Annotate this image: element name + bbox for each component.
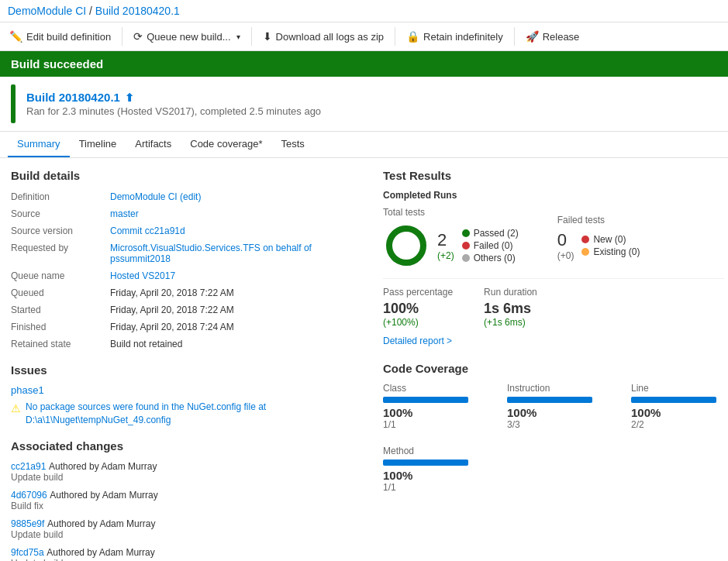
change-hash-3[interactable]: 9885e9f (11, 518, 44, 529)
breadcrumb-build[interactable]: Build 20180420.1 (95, 5, 180, 17)
new-label: New (0) (593, 234, 626, 245)
upload-icon[interactable]: ⬆ (125, 91, 134, 104)
run-duration-label: Run duration (484, 287, 537, 298)
failed-label: Failed (0) (474, 240, 513, 251)
code-coverage-section: Code Coverage Class 100% 1/1 Instruction (383, 362, 724, 493)
total-tests-sub: (+2) (437, 250, 454, 261)
breadcrumb-module[interactable]: DemoModule CI (8, 5, 86, 17)
cov-class-pct: 100% (383, 406, 476, 419)
build-title[interactable]: Build 20180420.1 (26, 91, 120, 104)
queue-new-build-button[interactable]: ⟳ Queue new build... ▾ (124, 26, 249, 47)
download-logs-button[interactable]: ⬇ Download all logs as zip (254, 26, 393, 47)
change-desc-2: Build fix (11, 501, 367, 511)
legend-existing: Existing (0) (581, 246, 640, 257)
toolbar-separator-1 (122, 27, 122, 46)
toolbar-separator-4 (514, 27, 515, 46)
pass-pct-sub: (+100%) (383, 317, 453, 328)
detail-label-finished: Finished (11, 320, 104, 334)
coverage-method: Method 100% 1/1 (383, 446, 476, 493)
tab-code-coverage[interactable]: Code coverage* (181, 132, 271, 157)
others-label: Others (0) (474, 253, 516, 263)
cov-instruction-bar (507, 397, 592, 403)
cov-line-fraction: 2/2 (631, 419, 724, 430)
main-content: Build details Definition DemoModule CI (… (0, 158, 728, 561)
assoc-changes-title: Associated changes (11, 439, 367, 453)
detail-value-finished: Friday, April 20, 2018 7:24 AM (110, 320, 367, 334)
pass-percentage-col: Pass percentage 100% (+100%) (383, 287, 453, 328)
pass-pct-value: 100% (383, 301, 453, 317)
change-author-3: Authored by Adam Murray (47, 518, 155, 529)
detail-value-source[interactable]: master (110, 207, 367, 221)
cov-method-fraction: 1/1 (383, 482, 476, 493)
detail-label-queued: Queued (11, 286, 104, 300)
existing-label: Existing (0) (593, 246, 640, 257)
tab-tests[interactable]: Tests (271, 132, 313, 157)
cov-method-label: Method (383, 446, 476, 456)
edit-build-label: Edit build definition (26, 31, 111, 43)
build-info-bar: Build 20180420.1 ⬆ Ran for 2.3 minutes (… (0, 77, 728, 132)
toolbar-separator-2 (251, 27, 252, 46)
tab-artifacts[interactable]: Artifacts (126, 132, 181, 157)
detail-value-queue-name[interactable]: Hosted VS2017 (110, 269, 367, 283)
cov-class-fraction: 1/1 (383, 419, 476, 430)
detail-label-started: Started (11, 303, 104, 317)
total-tests-col: Total tests 2 (+2) (383, 207, 519, 269)
new-dot (581, 236, 589, 243)
cov-instruction-label: Instruction (507, 383, 600, 394)
detail-label-source-version: Source version (11, 224, 104, 238)
download-icon: ⬇ (263, 30, 272, 43)
build-subtitle: Ran for 2.3 minutes (Hosted VS2017), com… (26, 105, 321, 117)
coverage-row-2: Method 100% 1/1 (383, 446, 724, 493)
top-bar: DemoModule CI / Build 20180420.1 (0, 0, 728, 22)
detail-value-definition[interactable]: DemoModule CI (edit) (110, 190, 367, 204)
retain-label: Retain indefinitely (423, 31, 503, 43)
warning-icon: ⚠ (11, 401, 21, 417)
change-hash-2[interactable]: 4d67096 (11, 490, 47, 501)
total-tests-label: Total tests (383, 207, 519, 218)
issues-section: Issues phase1 ⚠ No package sources were … (11, 363, 367, 427)
coverage-line: Line 100% 2/2 (631, 383, 724, 430)
change-hash-1[interactable]: cc21a91 (11, 461, 46, 472)
detail-label-queue-name: Queue name (11, 269, 104, 283)
build-details-title: Build details (11, 169, 367, 182)
breadcrumb-separator: / (89, 5, 95, 17)
lock-icon: 🔒 (406, 30, 419, 43)
cov-class-bar (383, 397, 468, 403)
build-info-details: Build 20180420.1 ⬆ Ran for 2.3 minutes (… (26, 91, 321, 117)
detail-label-source: Source (11, 207, 104, 221)
cov-instruction-bar-bg (507, 397, 592, 403)
queue-dropdown-arrow[interactable]: ▾ (236, 33, 240, 41)
change-hash-4[interactable]: 9fcd75a (11, 547, 44, 558)
change-author-2: Authored by Adam Murray (50, 490, 157, 501)
total-tests-values: 2 (+2) (437, 230, 454, 261)
run-duration-value: 1s 6ms (484, 301, 537, 317)
retain-indefinitely-button[interactable]: 🔒 Retain indefinitely (397, 26, 512, 47)
edit-build-definition-button[interactable]: ✏️ Edit build definition (0, 26, 120, 47)
legend-passed: Passed (2) (462, 228, 519, 239)
release-label: Release (543, 31, 580, 43)
test-results-row: Total tests 2 (+2) (383, 207, 724, 269)
detail-label-requested-by: Requested by (11, 241, 104, 266)
tab-timeline[interactable]: Timeline (70, 132, 126, 157)
passed-label: Passed (2) (474, 228, 519, 239)
build-success-banner: Build succeeded (0, 51, 728, 77)
detailed-report-link[interactable]: Detailed report > (383, 336, 724, 346)
tab-summary[interactable]: Summary (8, 132, 70, 157)
issues-phase[interactable]: phase1 (11, 384, 367, 396)
test-results-title: Test Results (383, 169, 724, 182)
run-duration-col: Run duration 1s 6ms (+1s 6ms) (484, 287, 537, 328)
failed-tests-col: Failed tests 0 (+0) New (0) (557, 215, 640, 261)
metrics-row: Pass percentage 100% (+100%) Run duratio… (383, 278, 724, 328)
detail-value-requested-by[interactable]: Microsoft.VisualStudio.Services.TFS on b… (110, 241, 367, 266)
change-item-4: 9fcd75a Authored by Adam Murray Update b… (11, 546, 367, 561)
change-author-1: Authored by Adam Murray (49, 461, 157, 472)
failed-tests-values: 0 (+0) (557, 230, 574, 261)
total-tests-value: 2 (437, 230, 454, 250)
svg-point-1 (389, 229, 423, 263)
failed-tests-sub: (+0) (557, 250, 574, 261)
detail-label-retained-state: Retained state (11, 337, 104, 351)
cov-method-bar-bg (383, 459, 468, 466)
cov-line-bar-bg (631, 397, 716, 403)
detail-value-source-version[interactable]: Commit cc21a91d (110, 224, 367, 238)
release-button[interactable]: 🚀 Release (516, 26, 589, 47)
